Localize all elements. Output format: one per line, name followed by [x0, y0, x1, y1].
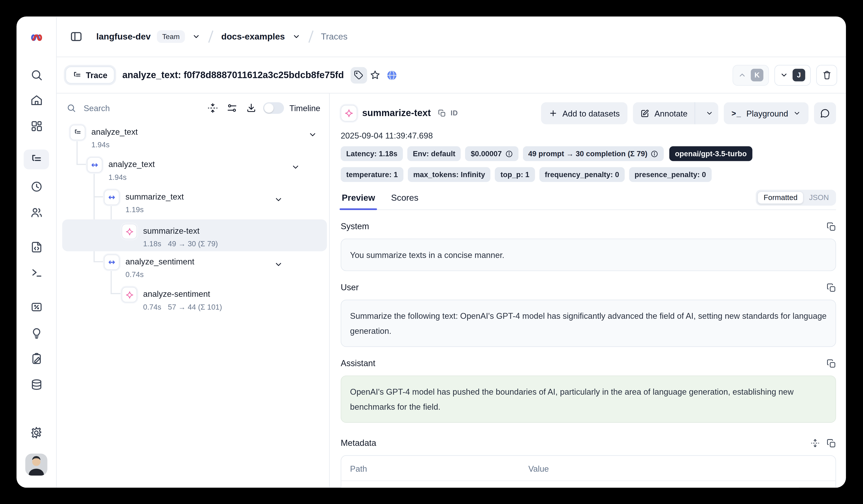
sidebar-item-annotation[interactable] — [25, 350, 47, 366]
project-switcher-button[interactable] — [292, 32, 300, 41]
cost-badge[interactable]: $0.00007 — [465, 146, 518, 161]
breadcrumb-page[interactable]: Traces — [321, 32, 348, 41]
timeline-toggle[interactable] — [263, 102, 284, 114]
tree-connector — [93, 196, 103, 197]
prev-trace-button[interactable]: K — [733, 65, 769, 86]
collapse-node-button[interactable] — [274, 260, 283, 269]
content-split: Timeline — [57, 93, 846, 488]
sliders-icon — [227, 103, 237, 113]
copy-system-button[interactable] — [827, 222, 836, 231]
stats-badges-row: Latency: 1.18s Env: default $0.00007 49 … — [341, 146, 836, 161]
expand-metadata-button[interactable] — [811, 439, 820, 448]
info-icon — [505, 150, 513, 157]
copy-user-button[interactable] — [827, 283, 836, 292]
tree-row-span-analyze_text[interactable]: ↔ analyze_text 1.94s — [87, 157, 329, 181]
public-share-button[interactable] — [384, 67, 400, 83]
tags-button[interactable] — [351, 67, 367, 83]
tree-row-span-analyze_sentiment[interactable]: ↔ analyze_sentiment 0.74s — [104, 255, 329, 279]
tree-row-generation-analyze-sentiment[interactable]: analyze-sentiment 0.74s57 → 44 (Σ 101) — [122, 287, 329, 311]
pen-square-icon — [640, 109, 650, 118]
breadcrumb-org[interactable]: langfuse-dev — [97, 32, 151, 41]
annotate-label: Annotate — [654, 109, 687, 118]
tree-node-tokens: 49 → 30 (Σ 79) — [168, 240, 218, 248]
sidebar-item-prompts[interactable] — [25, 238, 47, 255]
chevron-down-icon — [292, 32, 300, 41]
sidebar-item-datasets[interactable] — [25, 376, 47, 392]
delete-trace-button[interactable] — [816, 65, 837, 86]
annotate-button[interactable]: Annotate — [633, 102, 695, 124]
sidebar-item-settings[interactable] — [25, 425, 47, 441]
annotate-menu-button[interactable] — [700, 102, 718, 124]
blocks-icon — [30, 120, 42, 132]
observation-header: summarize-text ID Add to datasets — [341, 102, 836, 124]
move-horizontal-icon: ↔ — [108, 193, 115, 202]
tree-node-duration: 1.94s — [91, 141, 110, 149]
tree-node-duration: 1.94s — [108, 173, 126, 181]
collapse-all-button[interactable] — [208, 103, 218, 113]
copy-assistant-button[interactable] — [827, 359, 836, 368]
cost-value: $0.00007 — [471, 150, 502, 158]
langfuse-logo — [25, 29, 47, 46]
tab-preview[interactable]: Preview — [341, 190, 376, 209]
tab-scores[interactable]: Scores — [390, 190, 420, 209]
sidebar-item-home[interactable] — [25, 92, 47, 108]
presence-penalty-badge: presence_penalty: 0 — [629, 167, 712, 182]
breadcrumb-project[interactable]: docs-examples — [221, 32, 285, 41]
sidebar-item-tracing[interactable] — [24, 150, 49, 169]
span-node-iconbox: ↔ — [104, 255, 120, 270]
metadata-section-header: Metadata — [341, 436, 836, 450]
screen: langfuse-dev Team docs-examples Traces T… — [0, 0, 863, 504]
model-badge[interactable]: openai/gpt-3.5-turbo — [670, 146, 752, 161]
tree-row-trace-analyze_text[interactable]: analyze_text 1.94s — [70, 125, 329, 149]
add-to-datasets-button[interactable]: Add to datasets — [541, 102, 627, 124]
json-option[interactable]: JSON — [804, 192, 835, 203]
tokens-badge[interactable]: 49 prompt → 30 completion (Σ 79) — [523, 146, 664, 161]
copy-metadata-button[interactable] — [827, 438, 836, 448]
observation-detail-panel: summarize-text ID Add to datasets — [330, 93, 846, 488]
sidebar-item-evaluation[interactable] — [25, 299, 47, 315]
sidebar-item-dashboards[interactable] — [25, 118, 47, 134]
tree-settings-button[interactable] — [227, 103, 237, 113]
observation-timestamp: 2025-09-04 11:39:47.698 — [341, 131, 836, 140]
chevron-down-icon — [705, 109, 713, 117]
collapse-node-button[interactable] — [274, 195, 283, 204]
detail-tabs: Preview Scores Formatted JSON — [341, 190, 836, 210]
formatted-option[interactable]: Formatted — [758, 191, 804, 204]
trace-node-iconbox — [70, 125, 85, 140]
next-trace-button[interactable]: J — [774, 65, 811, 86]
org-switcher-button[interactable] — [192, 32, 201, 41]
unfold-vertical-icon — [811, 439, 820, 448]
tree-node-label: analyze-sentiment — [143, 287, 222, 299]
breadcrumb-divider — [209, 30, 213, 43]
move-horizontal-icon: ↔ — [91, 161, 98, 169]
assistant-section-header: Assistant — [341, 356, 836, 371]
tree-row-generation-summarize-text[interactable]: summarize-text 1.18s49 → 30 (Σ 79) — [122, 224, 329, 248]
tag-icon — [354, 70, 363, 80]
list-tree-icon — [30, 153, 42, 166]
sidebar-toggle-button[interactable] — [70, 30, 83, 43]
latency-badge: Latency: 1.18s — [341, 146, 403, 161]
user-avatar[interactable] — [25, 453, 47, 476]
move-horizontal-icon: ↔ — [108, 258, 115, 267]
sidebar-item-playground[interactable] — [25, 264, 47, 280]
sidebar-item-users[interactable] — [25, 204, 47, 220]
search-icon — [66, 103, 76, 113]
sidebar-item-sessions[interactable] — [25, 178, 47, 194]
comments-button[interactable] — [814, 102, 836, 124]
tree-row-span-summarize_text[interactable]: ↔ summarize_text 1.19s — [104, 190, 329, 214]
trace-header-bar: Trace analyze_text: f0f78d8887011612a3c2… — [57, 57, 846, 94]
sidebar-item-search[interactable] — [25, 66, 47, 83]
sidebar-item-insights[interactable] — [25, 324, 47, 341]
span-node-iconbox: ↔ — [87, 157, 102, 173]
download-button[interactable] — [246, 103, 257, 113]
main-column: langfuse-dev Team docs-examples Traces T… — [57, 16, 846, 488]
annotate-split-button: Annotate — [633, 102, 718, 124]
search-input[interactable] — [83, 103, 205, 113]
collapse-node-button[interactable] — [308, 130, 317, 139]
bookmark-star-button[interactable] — [367, 67, 384, 83]
playground-button[interactable]: >_ Playground — [724, 102, 809, 124]
collapse-node-button[interactable] — [291, 163, 300, 171]
metadata-col-value: Value — [528, 464, 549, 474]
copy-id-button[interactable] — [438, 109, 446, 117]
id-label: ID — [451, 109, 458, 117]
